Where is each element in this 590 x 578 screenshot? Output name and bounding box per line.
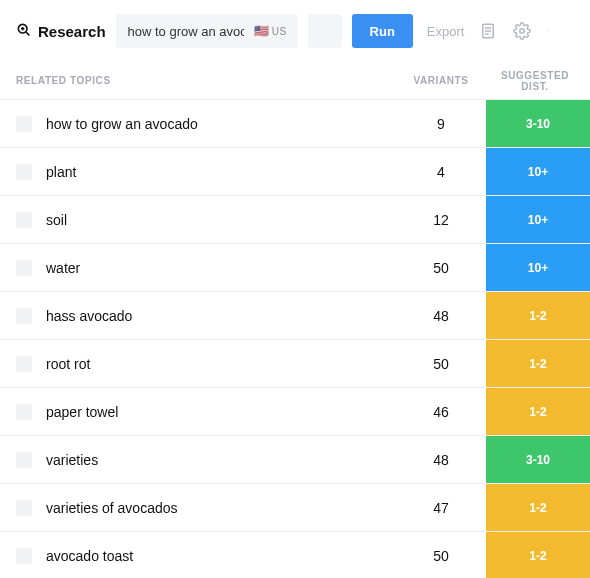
topic-text: water: [46, 260, 396, 276]
row-checkbox[interactable]: [16, 452, 32, 468]
variants-cell: 4: [396, 164, 486, 180]
dist-cell: 3-10: [486, 436, 590, 483]
row-checkbox[interactable]: [16, 212, 32, 228]
flag-us-icon: 🇺🇸: [254, 24, 269, 38]
row-checkbox[interactable]: [16, 356, 32, 372]
gear-icon[interactable]: [510, 19, 534, 43]
variants-cell: 9: [396, 116, 486, 132]
locale-selector[interactable]: 🇺🇸 US: [254, 24, 287, 38]
header-bar: Research 🇺🇸 US Run Export: [0, 0, 590, 62]
dist-cell: 1-2: [486, 340, 590, 387]
topic-text: how to grow an avocado: [46, 116, 396, 132]
table-row[interactable]: varieties483-10: [0, 436, 590, 484]
document-list-icon[interactable]: [476, 19, 500, 43]
table-row[interactable]: how to grow an avocado93-10: [0, 100, 590, 148]
search-input[interactable]: [126, 23, 246, 40]
svg-line-1: [26, 32, 29, 35]
row-checkbox[interactable]: [16, 260, 32, 276]
row-checkbox[interactable]: [16, 500, 32, 516]
row-checkbox[interactable]: [16, 308, 32, 324]
row-checkbox[interactable]: [16, 116, 32, 132]
square-aux-button[interactable]: [308, 14, 342, 48]
variants-cell: 48: [396, 452, 486, 468]
dist-cell: 1-2: [486, 388, 590, 435]
variants-cell: 48: [396, 308, 486, 324]
dist-cell: 1-2: [486, 484, 590, 531]
dist-cell: 10+: [486, 148, 590, 195]
variants-cell: 50: [396, 356, 486, 372]
table-row[interactable]: varieties of avocados471-2: [0, 484, 590, 532]
more-vert-icon[interactable]: [544, 19, 554, 43]
table-row[interactable]: plant410+: [0, 148, 590, 196]
table-body: how to grow an avocado93-10plant410+soil…: [0, 100, 590, 578]
col-header-variants[interactable]: Variants: [396, 75, 486, 86]
brand: Research: [16, 22, 106, 41]
svg-point-9: [547, 29, 548, 30]
search-wrap: 🇺🇸 US: [116, 14, 298, 48]
variants-cell: 46: [396, 404, 486, 420]
variants-cell: 47: [396, 500, 486, 516]
dist-cell: 3-10: [486, 100, 590, 147]
table-row[interactable]: hass avocado481-2: [0, 292, 590, 340]
table-row[interactable]: paper towel461-2: [0, 388, 590, 436]
table-row[interactable]: soil1210+: [0, 196, 590, 244]
variants-cell: 12: [396, 212, 486, 228]
run-button[interactable]: Run: [352, 14, 413, 48]
topic-text: root rot: [46, 356, 396, 372]
row-checkbox[interactable]: [16, 548, 32, 564]
export-button[interactable]: Export: [427, 24, 465, 39]
topic-text: hass avocado: [46, 308, 396, 324]
col-header-dist[interactable]: Suggested Dist.: [486, 70, 590, 92]
table-row[interactable]: water5010+: [0, 244, 590, 292]
col-header-topics[interactable]: Related Topics: [16, 75, 396, 86]
dist-cell: 10+: [486, 244, 590, 291]
dist-cell: 1-2: [486, 292, 590, 339]
svg-point-10: [547, 30, 548, 31]
topic-text: varieties of avocados: [46, 500, 396, 516]
table-row[interactable]: avocado toast501-2: [0, 532, 590, 578]
table-header: Related Topics Variants Suggested Dist.: [0, 62, 590, 100]
search-zoom-icon: [16, 22, 32, 41]
svg-point-8: [520, 29, 525, 34]
dist-cell: 1-2: [486, 532, 590, 578]
topic-text: varieties: [46, 452, 396, 468]
row-checkbox[interactable]: [16, 404, 32, 420]
table-row[interactable]: root rot501-2: [0, 340, 590, 388]
locale-label: US: [272, 26, 287, 37]
brand-label: Research: [38, 23, 106, 40]
topic-text: avocado toast: [46, 548, 396, 564]
topic-text: paper towel: [46, 404, 396, 420]
topic-text: soil: [46, 212, 396, 228]
topic-text: plant: [46, 164, 396, 180]
svg-point-11: [547, 31, 548, 32]
variants-cell: 50: [396, 548, 486, 564]
dist-cell: 10+: [486, 196, 590, 243]
row-checkbox[interactable]: [16, 164, 32, 180]
variants-cell: 50: [396, 260, 486, 276]
